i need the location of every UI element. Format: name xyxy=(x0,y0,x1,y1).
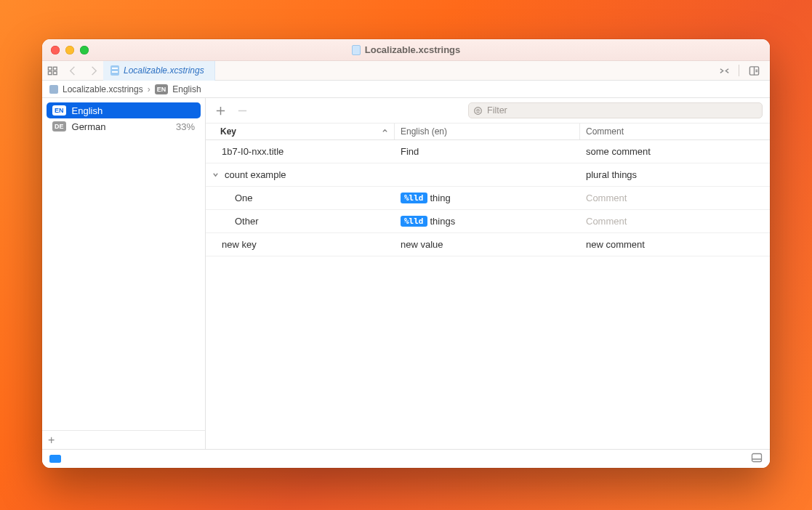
sort-ascending-icon xyxy=(382,126,388,137)
titlebar: Localizable.xcstrings xyxy=(42,39,770,61)
breadcrumb-language[interactable]: English xyxy=(172,84,201,94)
language-item-english[interactable]: EN English xyxy=(47,102,201,118)
language-badge: EN xyxy=(52,105,66,116)
key-text: new key xyxy=(222,239,257,250)
key-text: Other xyxy=(235,216,259,227)
comment-text: some comment xyxy=(586,146,651,157)
key-text: One xyxy=(235,193,253,203)
minimize-window-button[interactable] xyxy=(65,46,74,54)
filter-input[interactable] xyxy=(487,105,757,116)
language-item-german[interactable]: DE German 33% xyxy=(47,118,201,134)
comment-text: Comment xyxy=(586,193,627,203)
key-text: count example xyxy=(225,169,286,180)
editor-tab[interactable]: Localizable.xcstrings xyxy=(103,61,215,81)
cell-comment[interactable]: Comment xyxy=(580,216,770,227)
remove-string-button[interactable] xyxy=(235,103,249,118)
bottom-panel-toggle[interactable] xyxy=(751,453,763,465)
chevron-down-icon[interactable] xyxy=(212,171,219,178)
key-text: 1b7-I0-nxx.title xyxy=(222,146,284,157)
cell-value[interactable]: %lld things xyxy=(395,216,580,227)
nav-forward-button[interactable] xyxy=(83,61,103,81)
toolbar-right xyxy=(714,61,770,81)
table-row[interactable]: count exampleplural things xyxy=(206,163,770,187)
value-text: Find xyxy=(401,146,419,157)
table-row[interactable]: Other%lld thingsComment xyxy=(206,210,770,233)
table-body: 1b7-I0-nxx.titleFindsome commentcount ex… xyxy=(206,140,770,449)
close-window-button[interactable] xyxy=(51,46,60,54)
column-header-label: English (en) xyxy=(401,126,447,137)
cell-key[interactable]: new key xyxy=(206,239,395,250)
window-title: Localizable.xcstrings xyxy=(42,44,770,55)
nav-toolbar: Localizable.xcstrings xyxy=(42,61,770,81)
add-string-button[interactable] xyxy=(213,103,228,118)
cell-value[interactable]: new value xyxy=(395,239,580,250)
value-text: new value xyxy=(401,239,443,250)
language-label: German xyxy=(72,121,106,132)
value-text: thing xyxy=(430,193,451,203)
svg-rect-15 xyxy=(752,454,762,462)
cell-value[interactable]: Find xyxy=(395,146,580,157)
cell-key[interactable]: One xyxy=(206,193,395,203)
editor-body: EN English DE German 33% + xyxy=(42,98,770,449)
comment-text: new comment xyxy=(586,239,645,250)
language-badge: EN xyxy=(155,84,169,94)
cell-comment[interactable]: plural things xyxy=(580,169,770,180)
editor-window: Localizable.xcstrings Localizable.xcstri… xyxy=(42,39,770,468)
chevron-right-icon: › xyxy=(148,84,150,94)
filter-field[interactable] xyxy=(468,102,763,118)
table-row[interactable]: new keynew valuenew comment xyxy=(206,233,770,256)
language-badge: DE xyxy=(52,121,66,131)
comment-text: plural things xyxy=(586,169,637,180)
filter-icon xyxy=(473,106,483,116)
language-list: EN English DE German 33% xyxy=(42,98,205,430)
languages-sidebar: EN English DE German 33% + xyxy=(42,98,206,449)
nav-back-button[interactable] xyxy=(63,61,83,81)
strings-toolbar xyxy=(206,98,770,123)
svg-rect-3 xyxy=(53,71,57,74)
navigator-toggle-button[interactable] xyxy=(42,61,63,81)
status-bar xyxy=(42,449,770,468)
column-header-key[interactable]: Key xyxy=(206,124,395,139)
editor-tab-label: Localizable.xcstrings xyxy=(124,65,204,76)
assistant-editor-button[interactable] xyxy=(744,61,764,81)
cell-key[interactable]: Other xyxy=(206,216,395,227)
zoom-window-button[interactable] xyxy=(80,46,89,54)
table-row[interactable]: 1b7-I0-nxx.titleFindsome comment xyxy=(206,140,770,163)
separator xyxy=(739,65,739,76)
breadcrumb-file[interactable]: Localizable.xcstrings xyxy=(63,84,143,94)
language-label: English xyxy=(72,105,103,116)
table-header: Key English (en) Comment xyxy=(206,123,770,140)
cell-value[interactable]: %lld thing xyxy=(395,193,580,203)
cell-key[interactable]: count example xyxy=(206,169,395,180)
document-icon xyxy=(352,45,361,55)
column-header-label: Key xyxy=(220,126,236,137)
strings-file-icon xyxy=(49,85,58,94)
format-token: %lld xyxy=(401,193,427,203)
column-header-comment[interactable]: Comment xyxy=(580,124,770,139)
window-controls xyxy=(42,46,89,54)
strings-file-icon xyxy=(110,65,119,76)
format-token: %lld xyxy=(401,216,427,227)
svg-rect-2 xyxy=(48,71,52,74)
cell-comment[interactable]: some comment xyxy=(580,146,770,157)
completion-percent: 33% xyxy=(176,121,195,132)
cell-key[interactable]: 1b7-I0-nxx.title xyxy=(206,146,395,157)
cell-comment[interactable]: new comment xyxy=(580,239,770,250)
sidebar-footer: + xyxy=(42,430,205,449)
strings-editor: Key English (en) Comment 1b7-I0-nxx.titl… xyxy=(206,98,770,449)
code-review-button[interactable] xyxy=(714,61,734,81)
svg-rect-1 xyxy=(53,67,57,70)
value-text: things xyxy=(430,216,456,227)
window-title-text: Localizable.xcstrings xyxy=(365,44,461,55)
table-row[interactable]: One%lld thingComment xyxy=(206,187,770,210)
cell-comment[interactable]: Comment xyxy=(580,193,770,203)
status-indicator[interactable] xyxy=(49,455,61,463)
svg-rect-0 xyxy=(48,67,52,70)
add-language-button[interactable]: + xyxy=(48,434,55,446)
comment-text: Comment xyxy=(586,216,627,227)
column-header-value[interactable]: English (en) xyxy=(395,124,580,139)
column-header-label: Comment xyxy=(586,126,624,137)
breadcrumb: Localizable.xcstrings › EN English xyxy=(42,81,770,98)
